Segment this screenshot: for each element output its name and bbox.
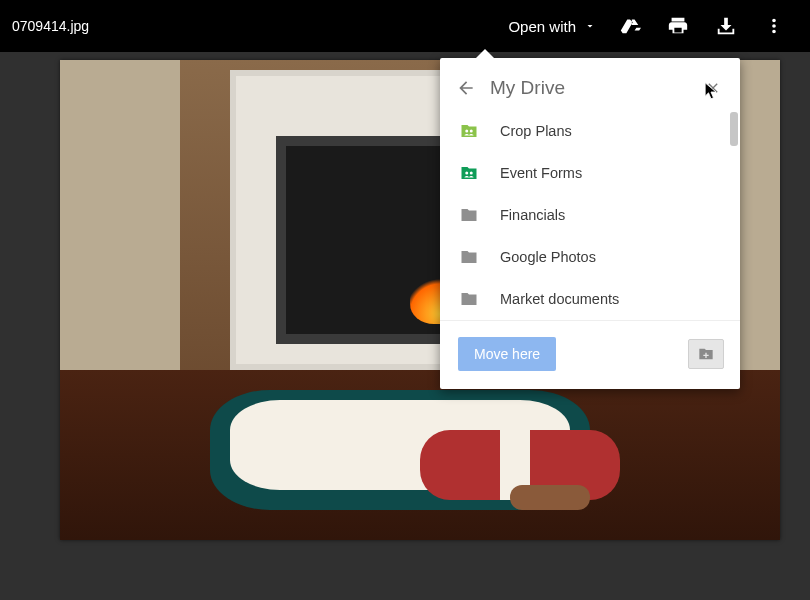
popover-header: My Drive xyxy=(440,58,740,110)
folder-label: Crop Plans xyxy=(500,123,572,139)
shared-folder-icon xyxy=(458,122,480,140)
folder-icon xyxy=(458,248,480,266)
folder-row[interactable]: Event Forms xyxy=(440,152,730,194)
folder-row[interactable]: Crop Plans xyxy=(440,110,730,152)
folder-label: Market documents xyxy=(500,291,619,307)
new-folder-icon xyxy=(696,346,716,362)
folder-list[interactable]: Crop PlansEvent FormsFinancialsGoogle Ph… xyxy=(440,110,740,320)
folder-row[interactable]: Google Photos xyxy=(440,236,730,278)
chevron-down-icon xyxy=(584,20,596,32)
add-to-drive-icon xyxy=(619,15,641,37)
more-vert-icon xyxy=(763,15,785,37)
back-button[interactable] xyxy=(454,76,478,100)
move-here-button[interactable]: Move here xyxy=(458,337,556,371)
dog-leg xyxy=(510,485,590,510)
new-folder-button[interactable] xyxy=(688,339,724,369)
open-with-dropdown[interactable]: Open with xyxy=(498,10,606,43)
add-to-drive-button[interactable] xyxy=(606,2,654,50)
folder-row[interactable]: Financials xyxy=(440,194,730,236)
download-icon xyxy=(715,15,737,37)
move-to-popover: My Drive Crop PlansEvent FormsFinancials… xyxy=(440,58,740,389)
scrollbar-thumb[interactable] xyxy=(730,112,738,146)
popover-title: My Drive xyxy=(490,77,702,99)
folder-icon xyxy=(458,290,480,308)
download-button[interactable] xyxy=(702,2,750,50)
filename-label: 0709414.jpg xyxy=(12,18,89,34)
close-icon xyxy=(705,80,721,96)
popover-footer: Move here xyxy=(440,320,740,389)
wall-left xyxy=(60,60,180,380)
folder-label: Google Photos xyxy=(500,249,596,265)
print-icon xyxy=(667,15,689,37)
wall-right xyxy=(740,60,780,380)
close-button[interactable] xyxy=(702,77,724,99)
print-button[interactable] xyxy=(654,2,702,50)
open-with-label: Open with xyxy=(508,18,576,35)
folder-icon xyxy=(458,206,480,224)
preview-topbar: 0709414.jpg Open with xyxy=(0,0,810,52)
folder-label: Event Forms xyxy=(500,165,582,181)
more-actions-button[interactable] xyxy=(750,2,798,50)
folder-label: Financials xyxy=(500,207,565,223)
shared-folder-icon xyxy=(458,164,480,182)
arrow-left-icon xyxy=(456,78,476,98)
folder-row[interactable]: Market documents xyxy=(440,278,730,320)
